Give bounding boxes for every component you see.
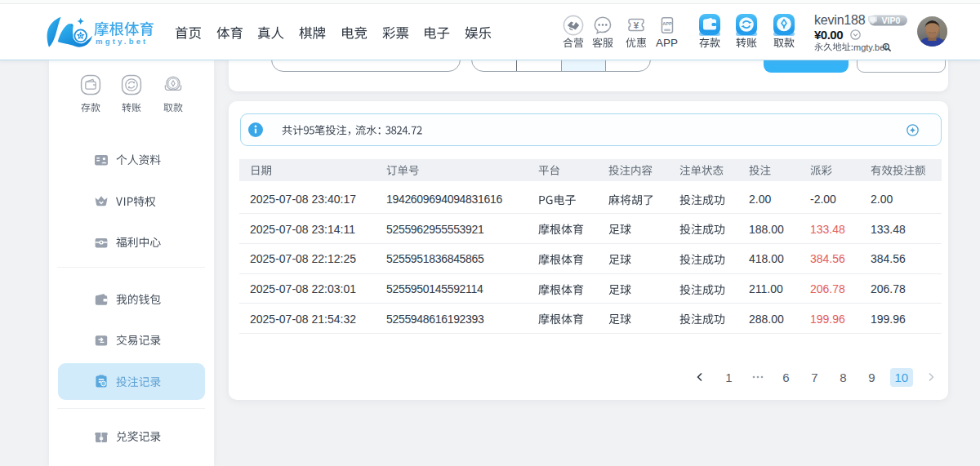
svg-text:APP: APP — [662, 20, 672, 25]
svg-text:VIP0: VIP0 — [882, 16, 901, 25]
svg-text:¥: ¥ — [633, 20, 639, 29]
